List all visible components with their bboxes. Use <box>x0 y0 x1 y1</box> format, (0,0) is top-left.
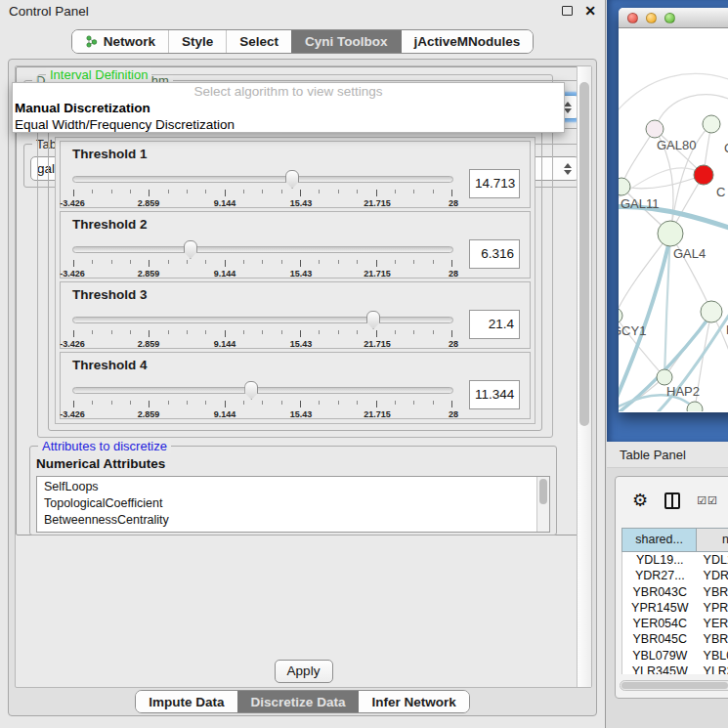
popup-placeholder: Select algorithm to view settings <box>13 83 564 100</box>
tab-label: Impute Data <box>149 695 224 709</box>
network-node[interactable] <box>703 115 720 133</box>
tab-label: Discretize Data <box>251 695 346 709</box>
table-header-row: shared... name <box>621 528 728 552</box>
discretize-panel: Discretization Algorithm Table Data galF… <box>15 65 592 688</box>
network-node[interactable] <box>619 308 622 323</box>
tab-label: Network <box>104 34 155 49</box>
threshold-value-field[interactable]: 21.4 <box>469 310 520 339</box>
table-panel: ⚙ ☑☑ shared... name YDL19...YDL1YDR27...… <box>615 476 728 699</box>
scrollbar-thumb[interactable] <box>539 479 547 504</box>
network-view-window[interactable]: GAL80GACGAL11GAL4GCY1HHAP2 <box>619 8 728 412</box>
numerical-attributes-listbox[interactable]: SelfLoopsTopologicalCoefficientBetweenne… <box>36 476 550 533</box>
slider-thumb[interactable] <box>244 381 258 400</box>
attribute-item[interactable]: TopologicalCoefficient <box>37 495 536 512</box>
table-row[interactable]: YLR345WYLR3 <box>622 664 728 674</box>
tab-infer-network[interactable]: Infer Network <box>358 691 468 712</box>
list-scrollbar[interactable] <box>536 477 549 532</box>
table-cell: YBR0 <box>698 584 728 600</box>
top-tab-bar: Network Style Select Cyni Toolbox jActiv… <box>0 21 605 59</box>
popup-option-equal-width-frequency[interactable]: Equal Width/Frequency Discretization <box>13 116 564 133</box>
table-cell: YBR045C <box>622 631 698 647</box>
control-panel: Control Panel ✕ Network Styl <box>0 0 606 728</box>
tab-jactivemnodules[interactable]: jActiveMNodules <box>401 30 534 53</box>
slider-thumb[interactable] <box>285 170 299 189</box>
table-cell: YBR043C <box>622 584 698 600</box>
threshold-row-2: Threshold 2 -3.4262.8599.14415.4321 <box>60 211 531 278</box>
tab-style[interactable]: Style <box>168 30 226 53</box>
threshold-value-field[interactable]: 14.713 <box>469 169 520 198</box>
threshold-slider[interactable] <box>72 169 453 189</box>
network-node[interactable] <box>658 221 683 246</box>
network-edge[interactable] <box>670 234 711 312</box>
network-node[interactable] <box>701 301 722 322</box>
node-label: C <box>716 185 725 199</box>
network-window-titlebar[interactable] <box>619 8 728 28</box>
network-edge[interactable] <box>619 73 728 121</box>
table-row[interactable]: YPR145WYPR1 <box>622 600 728 616</box>
network-node[interactable] <box>646 120 664 138</box>
close-icon[interactable]: ✕ <box>584 6 596 16</box>
table-cell: YBL079W <box>622 648 698 664</box>
tab-select[interactable]: Select <box>226 30 291 53</box>
threshold-slider[interactable] <box>72 239 453 259</box>
float-window-icon[interactable] <box>562 6 573 16</box>
network-node[interactable] <box>619 178 630 195</box>
control-panel-title: Control Panel <box>9 4 89 19</box>
scrollbar-thumb[interactable] <box>621 682 728 689</box>
control-panel-titlebar: Control Panel ✕ <box>0 0 605 21</box>
slider-track[interactable] <box>72 246 453 253</box>
slider-track[interactable] <box>72 317 453 323</box>
table-row[interactable]: YBR043CYBR0 <box>622 584 728 600</box>
column-header-name[interactable]: name <box>697 529 728 551</box>
network-node[interactable] <box>657 369 672 385</box>
table-toolbar: ⚙ ☑☑ <box>616 477 728 524</box>
panel-scrollbar[interactable] <box>577 66 578 535</box>
slider-ticks <box>72 190 453 197</box>
tab-label: jActiveMNodules <box>414 34 521 49</box>
node-label: GAL11 <box>621 196 660 211</box>
node-table: shared... name YDL19...YDL1YDR27...YDR2Y… <box>621 528 728 674</box>
slider-ticks <box>72 330 453 338</box>
slider-thumb[interactable] <box>366 311 380 329</box>
table-row[interactable]: YER054CYER0 <box>622 616 728 631</box>
table-row[interactable]: YDL19...YDL1 <box>622 552 728 568</box>
table-panel-titlebar: Table Panel <box>607 442 728 468</box>
threshold-value-field[interactable]: 6.316 <box>469 239 520 269</box>
thresholds-group: Threshold's Coordinates for 5 Intervals … <box>48 126 542 431</box>
table-horizontal-scrollbar[interactable] <box>620 680 728 691</box>
column-header-shared-name[interactable]: shared... <box>622 529 697 551</box>
slider-track[interactable] <box>72 176 453 183</box>
table-row[interactable]: YBR045CYBR0 <box>622 631 728 647</box>
popup-option-manual-discretization[interactable]: Manual Discretization <box>13 100 564 116</box>
close-traffic-light-icon[interactable] <box>627 13 638 23</box>
zoom-traffic-light-icon[interactable] <box>664 13 675 23</box>
threshold-slider[interactable] <box>72 310 453 329</box>
split-columns-icon[interactable] <box>664 492 680 509</box>
table-cell: YPR145W <box>622 600 698 616</box>
table-cell: YLR3 <box>698 664 728 674</box>
tab-discretize-data[interactable]: Discretize Data <box>237 691 359 712</box>
node-label: GAL4 <box>673 246 706 261</box>
tab-network[interactable]: Network <box>72 30 168 53</box>
network-node[interactable] <box>694 165 713 185</box>
threshold-row-3: Threshold 3 -3.4262.8599.14415.4321 <box>60 281 531 349</box>
slider-thumb[interactable] <box>184 240 197 259</box>
slider-track[interactable] <box>72 387 453 394</box>
table-row[interactable]: YBL079WYBL0 <box>622 648 728 664</box>
table-cell: YPR1 <box>698 600 728 616</box>
table-row[interactable]: YDR27...YDR2 <box>622 568 728 583</box>
threshold-slider[interactable] <box>72 380 453 400</box>
numerical-attributes-label: Numerical Attributes <box>36 456 165 471</box>
tab-cyni-toolbox[interactable]: Cyni Toolbox <box>291 30 401 53</box>
tab-impute-data[interactable]: Impute Data <box>136 691 236 712</box>
slider-tick-labels: -3.4262.8599.14415.4321.71528 <box>72 339 453 351</box>
checkbox-icons[interactable]: ☑☑ <box>697 494 718 507</box>
minimize-traffic-light-icon[interactable] <box>646 13 657 23</box>
tab-label: Style <box>182 34 213 49</box>
attribute-item[interactable]: BetweennessCentrality <box>37 512 536 529</box>
apply-button[interactable]: Apply <box>275 660 333 683</box>
gear-icon[interactable]: ⚙ <box>632 492 648 509</box>
attribute-item[interactable]: SelfLoops <box>37 479 536 495</box>
threshold-value-field[interactable]: 11.344 <box>469 380 520 409</box>
network-canvas[interactable]: GAL80GACGAL11GAL4GCY1HHAP2 <box>619 28 728 411</box>
